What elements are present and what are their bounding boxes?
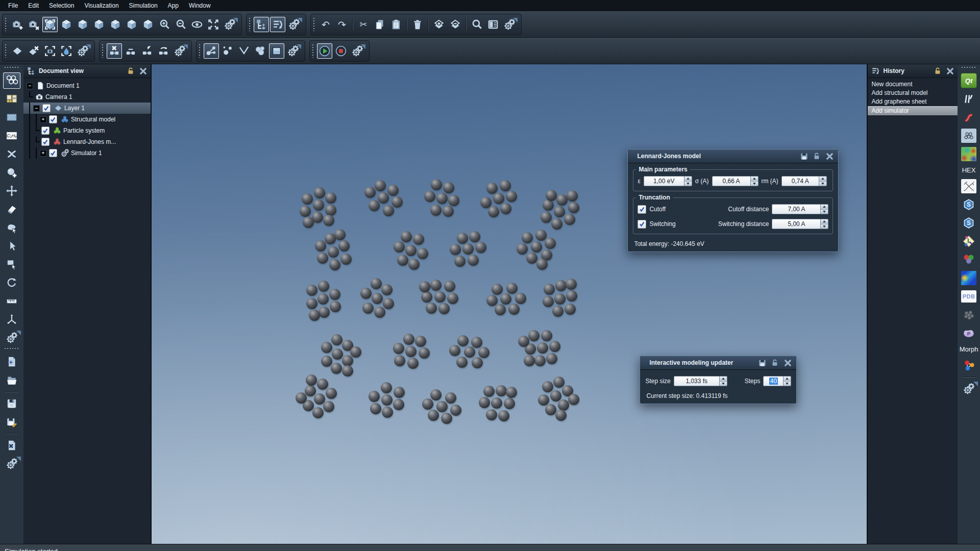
particle-sphere[interactable] xyxy=(472,357,483,368)
particle-sphere[interactable] xyxy=(306,285,317,296)
tree-view-button[interactable] xyxy=(254,17,269,32)
save-as-button[interactable] xyxy=(3,414,20,430)
particle-sphere[interactable] xyxy=(325,192,336,204)
lock-icon[interactable] xyxy=(933,66,942,76)
particle-sphere[interactable] xyxy=(541,330,552,341)
menu-item-selection[interactable]: Selection xyxy=(44,1,79,11)
save-icon[interactable] xyxy=(757,358,767,367)
tree-row-simulator-1[interactable]: +Simulator 1 xyxy=(23,147,151,159)
undo-button[interactable]: ↶ xyxy=(318,17,333,32)
particle-sphere[interactable] xyxy=(546,353,557,364)
particle-sphere[interactable] xyxy=(300,206,311,217)
zoom-in-button[interactable] xyxy=(157,17,172,32)
gear-menu-button[interactable] xyxy=(222,17,237,32)
menu-item-window[interactable]: Window xyxy=(184,1,216,11)
move-button[interactable] xyxy=(3,183,20,199)
tree-expander[interactable]: − xyxy=(27,83,33,89)
spin-up-button[interactable] xyxy=(684,177,692,181)
ruler-button[interactable] xyxy=(3,293,20,309)
paste-button[interactable] xyxy=(388,17,404,32)
tree-row-particle-system[interactable]: Particle system xyxy=(23,125,151,136)
particle-sphere[interactable] xyxy=(536,259,548,270)
steps-spinbox[interactable]: 40 xyxy=(763,376,791,386)
particle-sphere[interactable] xyxy=(415,336,426,347)
drag-handle[interactable] xyxy=(5,348,19,350)
particle-sphere[interactable] xyxy=(378,192,389,204)
twist-button[interactable] xyxy=(3,146,20,162)
particle-sphere[interactable] xyxy=(486,183,498,194)
layer-add-button[interactable] xyxy=(431,17,447,32)
particle-sphere[interactable] xyxy=(436,401,448,412)
switching-checkbox[interactable] xyxy=(638,220,646,229)
cutoff-distance-spinbox[interactable]: 7,00 A xyxy=(772,204,828,214)
particle-sphere[interactable] xyxy=(531,241,542,253)
particle-sphere[interactable] xyxy=(480,197,492,208)
particle-sphere[interactable] xyxy=(417,248,428,259)
particle-sphere[interactable] xyxy=(350,346,361,358)
rotate-button[interactable] xyxy=(3,274,20,291)
gear-menu-button[interactable] xyxy=(3,330,20,346)
pointer-button[interactable] xyxy=(3,238,20,254)
particle-sphere[interactable] xyxy=(568,202,579,213)
spectrum-app-button[interactable] xyxy=(960,270,977,286)
particle-sphere[interactable] xyxy=(381,394,393,406)
particle-sphere[interactable] xyxy=(447,293,458,304)
particle-sphere[interactable] xyxy=(419,281,430,292)
particle-sphere[interactable] xyxy=(421,291,432,303)
menu-item-file[interactable]: File xyxy=(3,1,23,11)
particle-sphere[interactable] xyxy=(334,229,346,240)
menu-item-visualization[interactable]: Visualization xyxy=(79,1,124,11)
particle-sphere[interactable] xyxy=(526,253,537,264)
particle-sphere[interactable] xyxy=(329,259,340,270)
visibility-checkbox[interactable] xyxy=(42,104,51,112)
gear-menu-button[interactable] xyxy=(75,43,90,59)
particle-sphere[interactable] xyxy=(541,212,552,223)
particle-sphere[interactable] xyxy=(314,187,325,198)
tree-expander[interactable]: − xyxy=(33,105,40,112)
particle-sphere[interactable] xyxy=(448,195,459,206)
dendrimer-app-button[interactable] xyxy=(960,178,977,194)
cube-view-button[interactable] xyxy=(91,17,107,32)
drag-handle[interactable] xyxy=(313,18,315,31)
particle-sphere[interactable] xyxy=(381,382,392,393)
step-size-spinbox[interactable]: 1,033 fs xyxy=(674,376,727,386)
particle-sphere[interactable] xyxy=(393,399,404,410)
history-item-add-graphene-sheet[interactable]: Add graphene sheet xyxy=(868,97,958,106)
particle-sphere[interactable] xyxy=(464,346,475,358)
particle-sphere[interactable] xyxy=(555,410,567,421)
particle-sphere[interactable] xyxy=(543,296,554,307)
particle-sphere[interactable] xyxy=(537,342,548,354)
particle-sphere[interactable] xyxy=(305,385,316,396)
menu-item-edit[interactable]: Edit xyxy=(23,1,44,11)
search-button[interactable] xyxy=(469,17,484,32)
tree-row-layer-1[interactable]: −Layer 1 xyxy=(23,103,151,114)
particle-sphere[interactable] xyxy=(475,242,486,253)
heatmap-app-button[interactable] xyxy=(960,146,977,162)
particle-sphere[interactable] xyxy=(551,218,562,230)
particle-sphere[interactable] xyxy=(342,355,353,366)
particle-sphere[interactable] xyxy=(313,199,324,211)
spin-down-button[interactable] xyxy=(720,381,727,386)
particle-sphere[interactable] xyxy=(496,385,507,396)
spin-down-button[interactable] xyxy=(821,224,828,229)
visibility-checkbox[interactable] xyxy=(49,115,57,123)
particle-sphere[interactable] xyxy=(381,284,393,295)
spin-up-button[interactable] xyxy=(821,219,828,224)
cut-button[interactable]: ✂ xyxy=(356,17,371,32)
layer-remove-button[interactable] xyxy=(448,17,463,32)
molecule-button[interactable] xyxy=(204,43,219,59)
fit-view-button[interactable] xyxy=(206,17,221,32)
particle-sphere[interactable] xyxy=(405,245,416,256)
lasso-select-button[interactable] xyxy=(3,219,20,236)
close-document-button[interactable] xyxy=(3,437,20,454)
copy-button[interactable] xyxy=(372,17,387,32)
particle-sphere[interactable] xyxy=(478,347,489,358)
samson-hex-1-button[interactable]: S xyxy=(960,196,977,213)
particle-sphere[interactable] xyxy=(340,254,352,265)
p-cloud-app-button[interactable]: P xyxy=(960,325,977,341)
drag-handle[interactable] xyxy=(312,44,314,58)
particle-sphere[interactable] xyxy=(393,343,404,354)
particle-sphere[interactable] xyxy=(544,284,555,295)
rect-tool-button[interactable] xyxy=(269,43,284,59)
axes-button[interactable] xyxy=(3,311,20,328)
